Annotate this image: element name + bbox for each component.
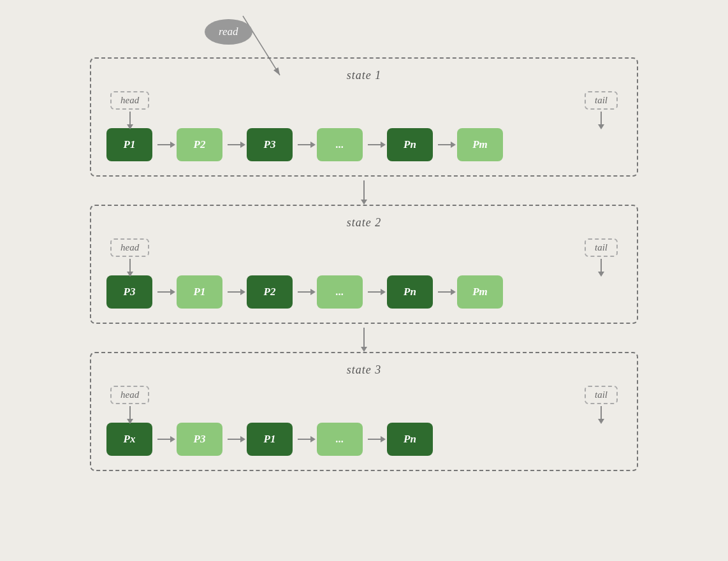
state1-node-1: P2	[177, 128, 222, 161]
state1-tail-box: tail	[585, 91, 618, 110]
state1-tail-label: tail	[595, 95, 608, 106]
state1-node-4: Pn	[387, 128, 433, 161]
state2-node-3: ...	[317, 275, 363, 309]
state1-tail-section: tail	[585, 91, 618, 126]
state1-tail-arrow	[601, 112, 602, 126]
read-label: read	[219, 26, 238, 38]
state2-head-arrow	[129, 259, 131, 273]
state3-node-2: P1	[247, 423, 293, 456]
state2-nodes-row: P3 P1 P2 ... Pn	[106, 275, 622, 309]
arrow-s3-1	[228, 439, 242, 440]
state2-node-2: P2	[247, 275, 293, 309]
state3-node-0: Px	[106, 423, 152, 456]
state2-node-5: Pm	[457, 275, 503, 309]
state3-head-label: head	[120, 390, 139, 400]
arrow-s3-3	[368, 439, 382, 440]
arrow-s1-4	[438, 144, 452, 145]
arrow-s2-1	[228, 291, 242, 293]
state1-box: state 1 head tail	[90, 57, 638, 177]
state1-node-0: P1	[106, 128, 152, 161]
arrow-s1-0	[157, 144, 171, 145]
state2-node-1: P1	[177, 275, 222, 309]
state3-tail-label: tail	[595, 390, 608, 400]
state1-node-3: ...	[317, 128, 363, 161]
arrow-s2-2	[298, 291, 312, 293]
arrow-s3-0	[157, 439, 171, 440]
connector-1-2	[363, 180, 365, 201]
state1-head-box: head	[110, 91, 149, 110]
state2-head-section: head	[110, 238, 149, 273]
arrow-s1-3	[368, 144, 382, 145]
vert-line-2-3	[363, 328, 365, 348]
state3-head-box: head	[110, 386, 149, 404]
state3-wrapper: state 3 head tail Px	[90, 352, 638, 471]
state3-node-4: Pn	[387, 423, 433, 456]
read-bubble: read	[205, 19, 252, 45]
connector-2-3	[363, 328, 365, 348]
state2-head-label: head	[120, 242, 139, 253]
state2-title: state 2	[106, 216, 622, 229]
state3-tail-box: tail	[585, 386, 618, 404]
state1-head-section: head	[110, 91, 149, 126]
state1-node-5: Pm	[457, 128, 503, 161]
arrow-s2-4	[438, 291, 452, 293]
state3-node-1: P3	[177, 423, 222, 456]
state2-tail-section: tail	[585, 238, 618, 273]
arrow-s1-2	[298, 144, 312, 145]
state1-node-2: P3	[247, 128, 293, 161]
state1-nodes-row: P1 P2 P3 ... Pn	[106, 128, 622, 161]
state3-nodes-row: Px P3 P1 ... Pn	[106, 423, 622, 456]
state2-head-box: head	[110, 238, 149, 257]
arrow-s2-3	[368, 291, 382, 293]
state3-node-3: ...	[317, 423, 363, 456]
arrow-s1-1	[228, 144, 242, 145]
state3-box: state 3 head tail Px	[90, 352, 638, 471]
vert-line-1-2	[363, 180, 365, 201]
state1-head-label: head	[120, 95, 139, 106]
arrow-s3-2	[298, 439, 312, 440]
state3-head-section: head	[110, 386, 149, 420]
state2-tail-label: tail	[595, 242, 608, 253]
state3-tail-arrow	[601, 406, 602, 420]
state2-tail-box: tail	[585, 238, 618, 257]
state2-box: state 2 head tail P3	[90, 205, 638, 324]
arrow-s2-0	[157, 291, 171, 293]
state3-title: state 3	[106, 363, 622, 377]
state1-wrapper: state 1 head tail	[90, 57, 638, 177]
state2-node-4: Pn	[387, 275, 433, 309]
state2-wrapper: state 2 head tail P3	[90, 205, 638, 324]
state2-tail-arrow	[601, 259, 602, 273]
state1-title: state 1	[106, 69, 622, 82]
diagram-container: read state 1 head	[77, 19, 651, 471]
state2-node-0: P3	[106, 275, 152, 309]
state1-head-arrow	[129, 112, 131, 126]
state3-tail-section: tail	[585, 386, 618, 420]
state3-head-arrow	[129, 406, 131, 420]
